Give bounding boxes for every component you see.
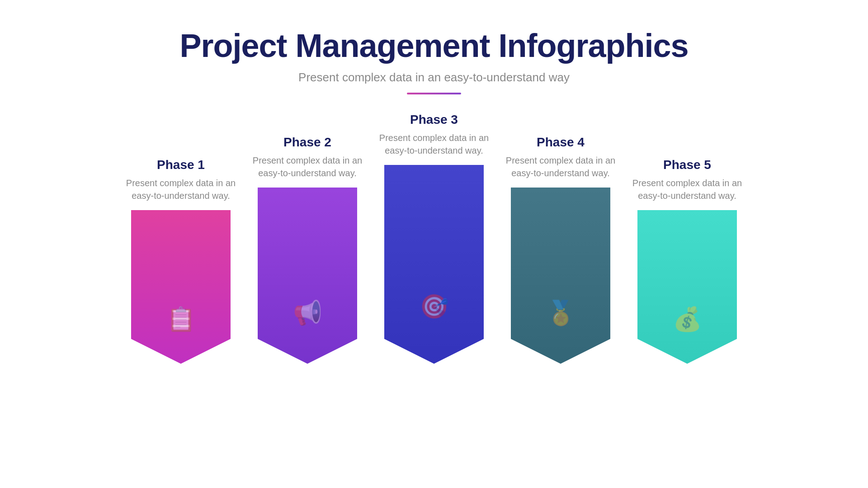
phase-item-3: Phase 3 Present complex data in an easy-… — [371, 113, 497, 364]
svg-marker-0 — [131, 210, 231, 364]
phase-5-desc: Present complex data in an easy-to-under… — [624, 177, 750, 202]
phase-1-arrow: ☰ 📋 — [131, 210, 231, 364]
phase-item-1: Phase 1 Present complex data in an easy-… — [118, 158, 244, 364]
subtitle: Present complex data in an easy-to-under… — [179, 70, 688, 84]
svg-marker-3 — [258, 188, 357, 364]
phase-4-desc: Present complex data in an easy-to-under… — [497, 154, 624, 179]
svg-marker-7 — [511, 188, 610, 364]
phase-4-arrow: 🏅 — [511, 188, 610, 364]
svg-text:📋: 📋 — [166, 305, 196, 333]
svg-text:📢: 📢 — [293, 299, 322, 327]
phases-container: Phase 1 Present complex data in an easy-… — [81, 113, 787, 364]
phase-4-label: Phase 4 — [537, 135, 585, 150]
divider — [407, 93, 461, 94]
svg-marker-5 — [384, 165, 484, 364]
header: Project Management Infographics Present … — [179, 27, 688, 94]
phase-2-desc: Present complex data in an easy-to-under… — [244, 154, 371, 179]
phase-item-4: Phase 4 Present complex data in an easy-… — [497, 135, 624, 364]
main-title: Project Management Infographics — [179, 27, 688, 64]
svg-text:🎯: 🎯 — [420, 292, 449, 320]
phase-5-arrow: 💰 — [637, 210, 737, 364]
phase-item-5: Phase 5 Present complex data in an easy-… — [624, 158, 750, 364]
svg-marker-9 — [637, 210, 737, 364]
phase-3-desc: Present complex data in an easy-to-under… — [371, 131, 497, 157]
phase-3-arrow: 🎯 — [384, 165, 484, 364]
phase-2-label: Phase 2 — [283, 135, 331, 150]
phase-1-label: Phase 1 — [157, 158, 205, 172]
phase-1-desc: Present complex data in an easy-to-under… — [118, 177, 244, 202]
svg-text:💰: 💰 — [673, 305, 702, 333]
phase-5-label: Phase 5 — [663, 158, 711, 172]
phase-3-label: Phase 3 — [410, 113, 458, 127]
svg-text:🏅: 🏅 — [546, 299, 576, 327]
phase-2-arrow: 📢 — [258, 188, 357, 364]
phase-item-2: Phase 2 Present complex data in an easy-… — [244, 135, 371, 364]
